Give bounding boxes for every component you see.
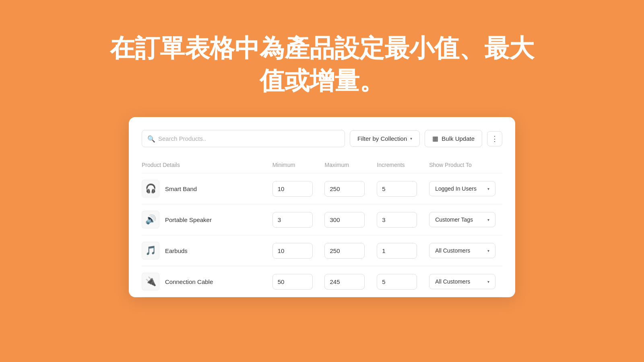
col-header-show-to: Show Product To: [429, 162, 502, 168]
bulk-label: Bulk Update: [442, 135, 475, 142]
show-to-cell-smart-band: Logged In Users: [429, 181, 502, 196]
show-to-cell-portable-speaker: Customer Tags: [429, 212, 502, 227]
product-image-smart-band: 🎧: [142, 180, 159, 197]
show-to-value-smart-band: Logged In Users: [435, 185, 477, 192]
increments-input-portable-speaker[interactable]: [377, 212, 417, 228]
show-to-dropdown-smart-band[interactable]: Logged In Users: [429, 181, 495, 196]
product-image-earbuds: 🎵: [142, 242, 159, 259]
search-input[interactable]: [142, 130, 345, 147]
maximum-cell-connection-cable: [324, 274, 377, 290]
col-header-minimum: Minimum: [272, 162, 325, 168]
toolbar: 🔍 Filter by Collection Bulk Update ⋮: [142, 130, 502, 147]
grid-icon: [432, 135, 438, 142]
main-card: 🔍 Filter by Collection Bulk Update ⋮ Pro…: [129, 117, 515, 297]
show-to-chevron-icon-earbuds: [487, 249, 489, 253]
maximum-input-smart-band[interactable]: [324, 181, 365, 197]
col-header-product: Product Details: [142, 162, 272, 168]
search-icon: 🔍: [147, 135, 155, 142]
increments-cell-portable-speaker: [377, 212, 429, 228]
show-to-value-portable-speaker: Customer Tags: [435, 216, 473, 223]
product-name-earbuds: Earbuds: [165, 247, 188, 254]
minimum-input-smart-band[interactable]: [272, 181, 313, 197]
increments-input-smart-band[interactable]: [377, 181, 417, 197]
filter-chevron-icon: [410, 136, 412, 141]
product-cell-connection-cable: 🔌 Connection Cable: [142, 273, 272, 290]
minimum-input-connection-cable[interactable]: [272, 274, 313, 290]
minimum-cell-portable-speaker: [272, 212, 325, 228]
show-to-value-earbuds: All Customers: [435, 247, 470, 254]
minimum-cell-connection-cable: [272, 274, 325, 290]
table-row: 🎵 Earbuds All Customers: [142, 235, 502, 266]
table-body: 🎧 Smart Band Logged In Users 🔊 Portable …: [142, 173, 502, 297]
col-header-increments: Increments: [377, 162, 429, 168]
show-to-dropdown-connection-cable[interactable]: All Customers: [429, 274, 495, 289]
product-cell-portable-speaker: 🔊 Portable Speaker: [142, 211, 272, 228]
product-image-connection-cable: 🔌: [142, 273, 159, 290]
show-to-dropdown-earbuds[interactable]: All Customers: [429, 243, 495, 258]
hero-title: 在訂單表格中為產品設定最小值、最大值或增量。: [101, 32, 543, 97]
increments-cell-earbuds: [377, 243, 429, 259]
search-container: 🔍: [142, 130, 345, 147]
increments-input-earbuds[interactable]: [377, 243, 417, 259]
show-to-value-connection-cable: All Customers: [435, 278, 470, 285]
maximum-input-portable-speaker[interactable]: [324, 212, 365, 228]
filter-by-collection-button[interactable]: Filter by Collection: [350, 130, 420, 147]
maximum-input-connection-cable[interactable]: [324, 274, 365, 290]
increments-cell-connection-cable: [377, 274, 429, 290]
product-name-smart-band: Smart Band: [165, 185, 197, 192]
minimum-input-portable-speaker[interactable]: [272, 212, 313, 228]
increments-input-connection-cable[interactable]: [377, 274, 417, 290]
table-header: Product Details Minimum Maximum Incremen…: [142, 158, 502, 173]
increments-cell-smart-band: [377, 181, 429, 197]
maximum-cell-earbuds: [324, 243, 377, 259]
filter-label: Filter by Collection: [357, 135, 407, 142]
more-options-button[interactable]: ⋮: [487, 131, 502, 146]
show-to-dropdown-portable-speaker[interactable]: Customer Tags: [429, 212, 495, 227]
show-to-chevron-icon-portable-speaker: [487, 218, 489, 222]
product-name-connection-cable: Connection Cable: [165, 278, 213, 285]
show-to-cell-connection-cable: All Customers: [429, 274, 502, 289]
minimum-input-earbuds[interactable]: [272, 243, 313, 259]
show-to-chevron-icon-smart-band: [487, 187, 489, 191]
table-row: 🔊 Portable Speaker Customer Tags: [142, 204, 502, 235]
product-name-portable-speaker: Portable Speaker: [165, 216, 212, 223]
minimum-cell-smart-band: [272, 181, 325, 197]
show-to-chevron-icon-connection-cable: [487, 280, 489, 284]
table-row: 🔌 Connection Cable All Customers: [142, 266, 502, 297]
product-cell-smart-band: 🎧 Smart Band: [142, 180, 272, 197]
table-row: 🎧 Smart Band Logged In Users: [142, 173, 502, 204]
ellipsis-icon: ⋮: [491, 134, 498, 143]
maximum-input-earbuds[interactable]: [324, 243, 365, 259]
minimum-cell-earbuds: [272, 243, 325, 259]
maximum-cell-portable-speaker: [324, 212, 377, 228]
bulk-update-button[interactable]: Bulk Update: [425, 130, 482, 147]
product-image-portable-speaker: 🔊: [142, 211, 159, 228]
show-to-cell-earbuds: All Customers: [429, 243, 502, 258]
maximum-cell-smart-band: [324, 181, 377, 197]
col-header-maximum: Maximum: [324, 162, 377, 168]
product-cell-earbuds: 🎵 Earbuds: [142, 242, 272, 259]
